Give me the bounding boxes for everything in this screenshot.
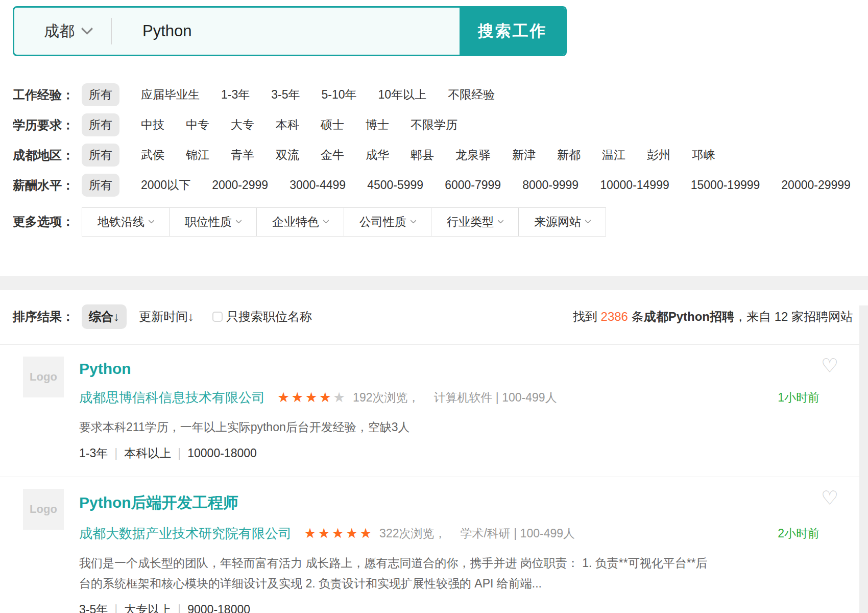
filter-option[interactable]: 5-10年 xyxy=(322,87,357,103)
filter-options: 所有中技中专大专本科硕士博士不限学历 xyxy=(82,113,457,136)
result-keyword: 成都Python招聘 xyxy=(644,310,734,323)
title-only-checkbox[interactable] xyxy=(212,312,223,322)
filter-option[interactable]: 3000-4499 xyxy=(290,178,346,192)
filter-option[interactable]: 成华 xyxy=(366,147,389,163)
filter-option[interactable]: 邛崃 xyxy=(692,147,715,163)
filter-option[interactable]: 中技 xyxy=(141,117,164,133)
industry-size: 计算机软件 | 100-499人 xyxy=(433,390,557,406)
filter-option[interactable]: 武侯 xyxy=(141,147,164,163)
filter-option[interactable]: 锦江 xyxy=(186,147,209,163)
filter-option[interactable]: 15000-19999 xyxy=(691,178,760,192)
filter-option[interactable]: 不限经验 xyxy=(448,87,495,103)
filter-option[interactable]: 所有 xyxy=(82,144,119,167)
job-card[interactable]: Logo ♡ Python 成都思博信科信息技术有限公司 ★★★★★ 192次浏… xyxy=(0,344,868,477)
company-row: 成都思博信科信息技术有限公司 ★★★★★ 192次浏览， 计算机软件 | 100… xyxy=(79,389,819,407)
filter-option[interactable]: 所有 xyxy=(82,83,119,106)
search-button[interactable]: 搜索工作 xyxy=(460,8,565,55)
favorite-heart-icon[interactable]: ♡ xyxy=(821,488,838,508)
more-filter-dropdown[interactable]: 公司性质 xyxy=(344,207,431,237)
star-filled-icon: ★ xyxy=(319,390,333,405)
filter-option[interactable]: 所有 xyxy=(82,174,119,197)
search-input[interactable] xyxy=(112,22,460,40)
checkbox-label: 只搜索职位名称 xyxy=(226,309,312,325)
chevron-down-icon xyxy=(585,217,591,224)
city-selector[interactable]: 成都 xyxy=(14,21,91,42)
filter-option[interactable]: 8000-9999 xyxy=(522,178,578,192)
filter-options: 所有2000以下2000-29993000-44994500-59996000-… xyxy=(82,174,851,197)
job-description: 要求本科211学历，一年以上实际python后台开发经验，空缺3人 xyxy=(79,417,717,437)
company-logo-placeholder: Logo xyxy=(23,357,64,397)
posted-time: 1小时前 xyxy=(778,390,819,406)
filter-option[interactable]: 6000-7999 xyxy=(445,178,501,192)
filter-option[interactable]: 新都 xyxy=(557,147,581,163)
section-separator xyxy=(0,276,868,290)
filter-option[interactable]: 双流 xyxy=(276,147,299,163)
job-meta: 1-3年|本科以上|10000-18000 xyxy=(79,445,819,461)
star-filled-icon: ★ xyxy=(346,526,359,541)
view-count: 322次浏览， xyxy=(379,526,446,541)
dropdown-label: 职位性质 xyxy=(185,214,232,230)
filter-option[interactable]: 博士 xyxy=(366,117,389,133)
salary-range: 9000-18000 xyxy=(187,603,250,613)
filter-option[interactable]: 青羊 xyxy=(231,147,254,163)
sort-by-time-button[interactable]: 更新时间↓ xyxy=(139,309,194,325)
logo-text: Logo xyxy=(30,503,57,516)
job-title-link[interactable]: Python后端开发工程师 xyxy=(79,492,238,513)
rating-stars: ★★★★★ xyxy=(304,527,373,540)
job-card[interactable]: Logo ♡ Python后端开发工程师 成都大数据产业技术研究院有限公司 ★★… xyxy=(0,477,868,613)
job-title-link[interactable]: Python xyxy=(79,360,131,378)
dropdown-label: 行业类型 xyxy=(447,214,494,230)
company-link[interactable]: 成都思博信科信息技术有限公司 xyxy=(79,389,265,407)
company-logo-placeholder: Logo xyxy=(23,489,64,530)
filter-option[interactable]: 所有 xyxy=(82,113,119,136)
search-box: 成都 xyxy=(14,8,460,55)
filter-option[interactable]: 4500-5999 xyxy=(367,178,423,192)
filter-option[interactable]: 新津 xyxy=(512,147,536,163)
star-empty-icon: ★ xyxy=(333,390,347,405)
filter-option[interactable]: 应届毕业生 xyxy=(141,87,200,103)
filter-option[interactable]: 1-3年 xyxy=(221,87,250,103)
filter-panel: 工作经验： 所有应届毕业生1-3年3-5年5-10年10年以上不限经验 学历要求… xyxy=(13,80,868,237)
filter-option[interactable]: 3-5年 xyxy=(271,87,300,103)
filter-option[interactable]: 大专 xyxy=(231,117,254,133)
star-filled-icon: ★ xyxy=(318,526,331,541)
search-bar: 成都 搜索工作 xyxy=(13,6,567,56)
filter-option[interactable]: 龙泉驿 xyxy=(455,147,491,163)
filter-option[interactable]: 本科 xyxy=(276,117,299,133)
filter-option[interactable]: 郫县 xyxy=(411,147,434,163)
filter-option[interactable]: 硕士 xyxy=(321,117,344,133)
job-description: 我们是一个成长型的团队，年轻而富有活力 成长路上，愿有志同道合的你，携手并进 岗… xyxy=(79,553,717,594)
chevron-down-icon xyxy=(323,217,329,224)
more-filter-dropdown[interactable]: 来源网站 xyxy=(518,207,606,237)
filter-option[interactable]: 中专 xyxy=(186,117,209,133)
star-filled-icon: ★ xyxy=(305,390,319,405)
scrollbar[interactable] xyxy=(859,305,868,613)
filter-row-experience: 工作经验： 所有应届毕业生1-3年3-5年5-10年10年以上不限经验 xyxy=(13,80,868,110)
filter-option[interactable]: 不限学历 xyxy=(411,117,457,133)
more-filter-dropdown[interactable]: 企业特色 xyxy=(256,207,344,237)
company-link[interactable]: 成都大数据产业技术研究院有限公司 xyxy=(79,525,292,543)
view-count: 192次浏览， xyxy=(353,390,419,406)
filter-option[interactable]: 10000-14999 xyxy=(600,178,669,192)
favorite-heart-icon[interactable]: ♡ xyxy=(821,356,838,375)
filter-option[interactable]: 彭州 xyxy=(647,147,670,163)
job-results-list: Logo ♡ Python 成都思博信科信息技术有限公司 ★★★★★ 192次浏… xyxy=(0,344,868,613)
filter-option[interactable]: 2000-2999 xyxy=(212,178,268,192)
filter-option[interactable]: 10年以上 xyxy=(378,87,427,103)
filter-option[interactable]: 20000-29999 xyxy=(781,178,851,192)
filter-options: 所有应届毕业生1-3年3-5年5-10年10年以上不限经验 xyxy=(82,83,495,106)
filter-option[interactable]: 金牛 xyxy=(321,147,344,163)
filter-option[interactable]: 温江 xyxy=(602,147,625,163)
dropdown-label: 企业特色 xyxy=(272,214,319,230)
sort-comprehensive-button[interactable]: 综合↓ xyxy=(82,304,127,329)
filter-option[interactable]: 2000以下 xyxy=(141,177,190,193)
sort-bar: 排序结果： 综合↓ 更新时间↓ 只搜索职位名称 找到 2386 条成都Pytho… xyxy=(13,303,853,330)
company-row: 成都大数据产业技术研究院有限公司 ★★★★★ 322次浏览， 学术/科研 | 1… xyxy=(79,525,819,543)
star-filled-icon: ★ xyxy=(331,526,345,541)
more-filter-dropdown[interactable]: 地铁沿线 xyxy=(82,207,170,237)
filter-label: 更多选项： xyxy=(13,214,82,230)
more-filter-dropdown[interactable]: 职位性质 xyxy=(169,207,257,237)
star-filled-icon: ★ xyxy=(304,526,318,541)
more-filter-dropdown[interactable]: 行业类型 xyxy=(431,207,519,237)
experience-requirement: 1-3年 xyxy=(79,446,108,460)
